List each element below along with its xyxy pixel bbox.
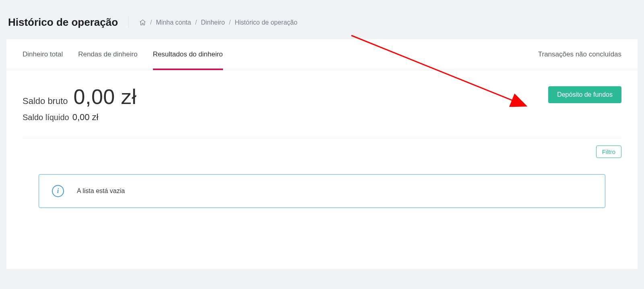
- net-balance-value: 0,00 zł: [72, 112, 99, 123]
- filter-row: Filtro: [6, 138, 638, 158]
- info-icon: i: [52, 185, 64, 197]
- breadcrumb-home[interactable]: [139, 19, 146, 26]
- gross-balance-label: Saldo bruto: [23, 96, 68, 106]
- breadcrumb-account[interactable]: Minha conta: [156, 19, 191, 26]
- gross-balance-value: 0,00 zł: [74, 85, 137, 109]
- gross-balance-line: Saldo bruto 0,00 zł: [23, 85, 548, 109]
- tab-money-results[interactable]: Resultados do dinheiro: [153, 39, 223, 70]
- filter-button[interactable]: Filtro: [596, 146, 621, 158]
- tab-pending-transactions[interactable]: Transações não concluídas: [538, 39, 621, 70]
- tab-money-income[interactable]: Rendas de dinheiro: [78, 39, 137, 70]
- breadcrumb: / Minha conta / Dinheiro / Histórico de …: [139, 19, 297, 26]
- empty-state-info: i A lista está vazia: [39, 174, 605, 208]
- main-card: Dinheiro total Rendas de dinheiro Result…: [6, 39, 638, 269]
- breadcrumb-sep: /: [150, 19, 152, 26]
- page-title: Histórico de operação: [8, 16, 129, 29]
- home-icon: [139, 19, 146, 26]
- net-balance-line: Saldo líquido 0,00 zł: [23, 112, 548, 123]
- breadcrumb-sep: /: [229, 19, 231, 26]
- breadcrumb-money[interactable]: Dinheiro: [201, 19, 225, 26]
- breadcrumb-current: Histórico de operação: [235, 19, 297, 26]
- balance-section: Saldo bruto 0,00 zł Saldo líquido 0,00 z…: [6, 70, 638, 131]
- breadcrumb-sep: /: [195, 19, 197, 26]
- page-header: Histórico de operação / Minha conta / Di…: [0, 0, 644, 39]
- tabs: Dinheiro total Rendas de dinheiro Result…: [6, 39, 638, 70]
- empty-state-text: A lista está vazia: [77, 187, 125, 195]
- balances: Saldo bruto 0,00 zł Saldo líquido 0,00 z…: [23, 85, 548, 123]
- deposit-funds-button[interactable]: Depósito de fundos: [548, 86, 621, 103]
- net-balance-label: Saldo líquido: [23, 113, 69, 122]
- tab-money-total[interactable]: Dinheiro total: [23, 39, 63, 70]
